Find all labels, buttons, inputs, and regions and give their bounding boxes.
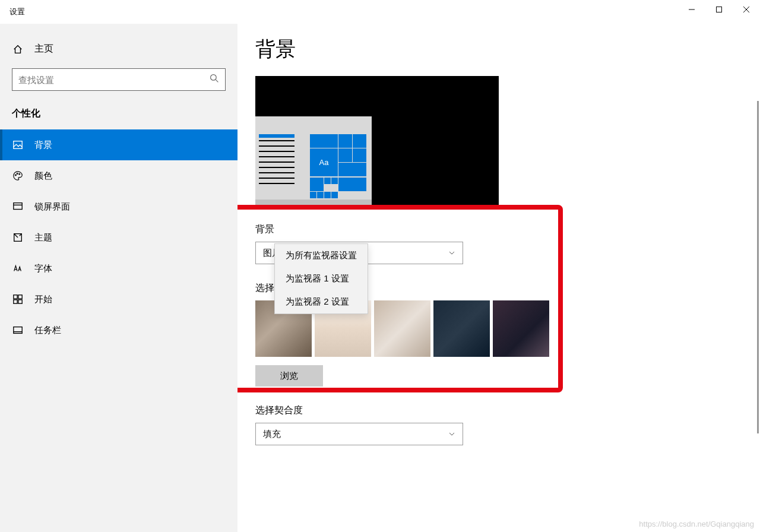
taskbar-icon (12, 324, 24, 336)
svg-rect-15 (14, 300, 17, 303)
home-label: 主页 (34, 43, 53, 55)
svg-rect-1 (717, 7, 722, 12)
chevron-down-icon (448, 429, 455, 439)
svg-rect-13 (14, 295, 17, 299)
scrollbar[interactable] (757, 101, 759, 433)
sidebar-item-colors[interactable]: 颜色 (0, 160, 238, 191)
image-thumb[interactable] (433, 300, 490, 357)
svg-rect-14 (18, 295, 22, 299)
preview-tile-text: Aa (310, 148, 338, 176)
image-icon (12, 139, 24, 151)
theme-icon (12, 232, 24, 243)
content-area: 背景 Aa 背景 图片 (238, 24, 760, 532)
image-thumb[interactable] (493, 300, 549, 357)
sidebar-item-taskbar[interactable]: 任务栏 (0, 315, 238, 346)
svg-rect-10 (14, 203, 22, 210)
sidebar-item-label: 任务栏 (34, 325, 61, 336)
context-item-monitor-2[interactable]: 为监视器 2 设置 (275, 290, 368, 314)
sidebar-item-themes[interactable]: 主题 (0, 222, 238, 253)
browse-button[interactable]: 浏览 (255, 365, 323, 387)
sidebar-item-label: 背景 (34, 140, 52, 151)
dropdown-value: 填充 (263, 429, 281, 440)
sidebar-item-label: 锁屏界面 (34, 201, 70, 213)
svg-point-9 (19, 173, 20, 175)
window-title: 设置 (10, 7, 25, 17)
svg-line-5 (216, 80, 218, 82)
desktop-preview: Aa (255, 76, 499, 205)
sidebar-item-label: 字体 (34, 263, 52, 274)
watermark: https://blog.csdn.net/Gqiangqiang (639, 520, 754, 528)
section-title: 个性化 (0, 102, 238, 129)
sidebar-item-lockscreen[interactable]: 锁屏界面 (0, 191, 238, 222)
lockscreen-icon (12, 201, 24, 213)
sidebar-item-label: 开始 (34, 294, 52, 305)
page-title: 背景 (255, 36, 742, 63)
sidebar-item-start[interactable]: 开始 (0, 284, 238, 315)
sidebar-item-label: 主题 (34, 232, 52, 243)
svg-rect-16 (18, 300, 22, 303)
fit-dropdown[interactable]: 填充 (255, 423, 463, 445)
svg-rect-6 (14, 141, 22, 149)
minimize-button[interactable] (678, 0, 705, 19)
home-button[interactable]: 主页 (0, 36, 238, 62)
font-icon (12, 262, 24, 274)
svg-point-4 (211, 75, 217, 81)
search-input[interactable] (18, 75, 210, 85)
maximize-button[interactable] (705, 0, 733, 19)
fit-label: 选择契合度 (255, 404, 742, 417)
context-item-all-monitors[interactable]: 为所有监视器设置 (275, 244, 368, 267)
svg-rect-17 (14, 327, 22, 334)
search-icon (210, 74, 219, 86)
search-box[interactable] (12, 68, 226, 91)
background-label: 背景 (255, 223, 742, 236)
context-item-monitor-1[interactable]: 为监视器 1 设置 (275, 267, 368, 290)
sidebar-item-background[interactable]: 背景 (0, 129, 238, 160)
home-icon (12, 43, 24, 55)
palette-icon (12, 170, 24, 182)
sidebar-item-fonts[interactable]: 字体 (0, 253, 238, 284)
sidebar: 主页 个性化 背景 颜色 锁屏界面 主题 (0, 24, 238, 532)
svg-point-7 (15, 175, 17, 176)
sidebar-item-label: 颜色 (34, 170, 52, 182)
start-icon (12, 293, 24, 305)
context-menu: 为所有监视器设置 为监视器 1 设置 为监视器 2 设置 (274, 243, 368, 314)
chevron-down-icon (448, 248, 455, 258)
svg-point-8 (17, 173, 18, 175)
close-button[interactable] (733, 0, 760, 19)
image-thumb[interactable] (374, 300, 430, 357)
